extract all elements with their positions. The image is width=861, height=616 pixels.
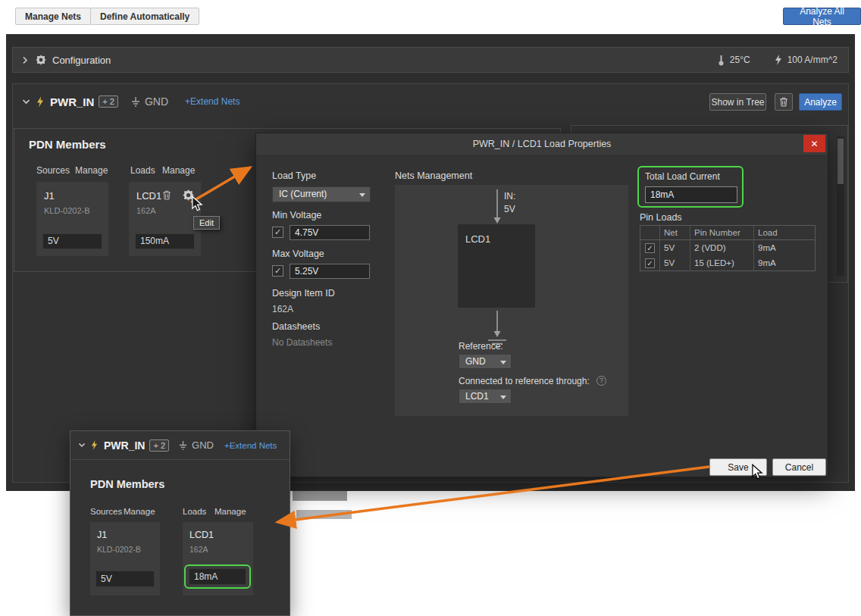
close-icon[interactable]: ✕ (803, 135, 825, 152)
connected-through-select[interactable]: LCD1 (459, 389, 512, 404)
chevron-right-icon[interactable] (22, 56, 28, 64)
load-current-field[interactable]: 18mA (189, 568, 246, 585)
net-section-header: PWR_IN + 2 GND +Extend Nets Show in Tree… (13, 84, 848, 119)
net-name[interactable]: PWR_IN (104, 439, 145, 452)
load-type-value: IC (Current) (279, 189, 327, 199)
sources-manage-link[interactable]: Manage (124, 507, 155, 516)
pin-load: 9mA (753, 240, 815, 255)
load-type-label: Load Type (272, 170, 316, 181)
pdn-members-title: PDN Members (29, 138, 106, 151)
net-count-badge[interactable]: + 2 (149, 439, 169, 452)
source-part: KLD-0202-B (97, 545, 141, 554)
gnd-net-name[interactable]: GND (192, 439, 214, 451)
col-load: Load (753, 226, 815, 239)
edit-tooltip: Edit (193, 216, 220, 230)
chevron-down-icon[interactable] (22, 98, 30, 105)
thermometer-icon (718, 55, 725, 66)
net-count-badge[interactable]: + 2 (99, 95, 118, 108)
sources-manage-link[interactable]: Manage (75, 165, 108, 176)
loads-label: Loads (130, 165, 155, 176)
component-name: LCD1 (465, 233, 490, 245)
max-voltage-checkbox[interactable]: ✓ (272, 265, 283, 277)
col-pin-number: Pin Number (690, 226, 753, 239)
min-voltage-checkbox[interactable]: ✓ (272, 227, 283, 238)
connected-through-label: Connected to reference through: (459, 376, 590, 386)
table-row[interactable]: ✓ 5V 15 (LED+) 9mA (640, 255, 815, 270)
delete-net-button[interactable] (775, 93, 793, 111)
pin-net: 5V (659, 240, 690, 255)
trash-icon[interactable] (162, 190, 171, 200)
datasheets-label: Datasheets (272, 321, 320, 332)
arrow-down-icon (492, 189, 503, 227)
show-in-tree-button[interactable]: Show in Tree (709, 93, 766, 111)
extend-nets-link[interactable]: +Extend Nets (224, 441, 277, 450)
pin-loads-label: Pin Loads (640, 212, 682, 223)
help-icon[interactable]: ? (596, 376, 606, 386)
connected-through-value: LCD1 (465, 391, 489, 402)
pin-load: 9mA (753, 255, 815, 270)
ground-icon (178, 440, 188, 450)
scrollbar-track[interactable] (837, 136, 844, 276)
manage-nets-button[interactable]: Manage Nets (15, 8, 91, 25)
cancel-button[interactable]: Cancel (772, 458, 826, 476)
load-card[interactable]: LCD1 162A 18mA (183, 522, 253, 596)
define-automatically-button[interactable]: Define Automatically (90, 8, 199, 25)
load-card[interactable]: LCD1 162A 150mA (129, 182, 201, 256)
source-voltage-field[interactable]: 5V (95, 571, 155, 587)
source-name: J1 (97, 530, 107, 540)
load-name: LCD1 (189, 530, 214, 540)
scrollbar-thumb[interactable] (838, 139, 844, 184)
load-part: 162A (189, 545, 208, 554)
table-row[interactable]: ✓ 5V 2 (VDD) 9mA (640, 240, 815, 255)
pin-number: 2 (VDD) (690, 240, 753, 255)
pin-number: 15 (LED+) (690, 255, 753, 270)
nets-diagram: IN: 5V LCD1 Reference: GND Connected to … (395, 185, 628, 416)
min-voltage-input[interactable]: 4.75V (290, 225, 370, 240)
load-type-select[interactable]: IC (Current) (272, 186, 371, 202)
chevron-down-icon[interactable] (78, 442, 86, 448)
datasheets-value: No Datasheets (272, 337, 332, 348)
power-net-bolt-icon (91, 440, 98, 450)
loads-manage-link[interactable]: Manage (214, 507, 246, 516)
pin-row-checkbox[interactable]: ✓ (645, 243, 655, 253)
design-item-id-value: 162A (272, 304, 293, 314)
edit-load-gear-icon[interactable] (183, 189, 194, 201)
result-net-header: PWR_IN + 2 GND +Extend Nets (70, 431, 290, 460)
gnd-net-name[interactable]: GND (145, 95, 168, 108)
net-name[interactable]: PWR_IN (50, 95, 94, 108)
screenshot-artifact (293, 491, 347, 501)
configuration-title: Configuration (52, 55, 111, 66)
max-voltage-input[interactable]: 5.25V (290, 264, 370, 279)
gear-icon (36, 55, 46, 65)
screen: Manage Nets Define Automatically Analyze… (0, 0, 861, 616)
load-name: LCD1 (136, 190, 161, 202)
dialog-title: PWR_IN / LCD1 Load Properties (256, 139, 828, 149)
source-card[interactable]: J1 KLD-0202-B 5V (36, 182, 108, 256)
screenshot-artifact (296, 510, 352, 519)
analyze-button[interactable]: Analyze (799, 93, 842, 111)
component-box[interactable]: LCD1 (458, 224, 535, 308)
power-net-bolt-icon (36, 96, 44, 108)
loads-label: Loads (183, 507, 206, 516)
source-card[interactable]: J1 KLD-0202-B 5V (90, 522, 160, 596)
trash-icon (779, 97, 788, 107)
source-voltage-field[interactable]: 5V (42, 233, 102, 249)
dialog-titlebar[interactable]: PWR_IN / LCD1 Load Properties ✕ (256, 133, 828, 156)
total-load-current-input[interactable]: 18mA (645, 186, 737, 203)
temperature-value: 25°C (730, 55, 750, 65)
total-load-current-highlight: Total Load Current 18mA (637, 166, 744, 208)
extend-nets-link[interactable]: +Extend Nets (185, 96, 240, 107)
configuration-bar[interactable]: Configuration 25°C 100 A/mm^2 (12, 47, 849, 73)
save-button[interactable]: Save (709, 458, 767, 476)
load-current-highlight: 18mA (184, 564, 251, 589)
reference-select[interactable]: GND (459, 354, 512, 369)
analyze-all-nets-button[interactable]: Analyze All Nets (783, 8, 861, 25)
reference-value: GND (465, 356, 486, 367)
col-net: Net (659, 226, 690, 239)
chevron-down-icon (359, 193, 365, 197)
pin-table-header: Net Pin Number Load (640, 226, 815, 240)
load-current-field[interactable]: 150mA (135, 233, 195, 249)
pin-row-checkbox[interactable]: ✓ (645, 258, 655, 268)
loads-manage-link[interactable]: Manage (162, 165, 195, 176)
pin-loads-table: Net Pin Number Load ✓ 5V 2 (VDD) 9mA ✓ 5… (640, 225, 816, 271)
